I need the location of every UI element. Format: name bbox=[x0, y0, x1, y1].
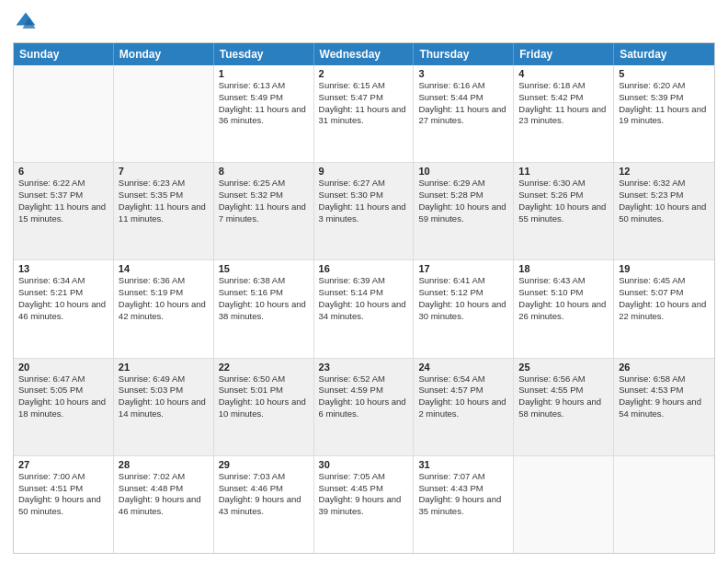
sunrise-text: Sunrise: 7:05 AM bbox=[319, 471, 409, 483]
day-number: 17 bbox=[418, 263, 508, 274]
cal-cell: 16Sunrise: 6:39 AMSunset: 5:14 PMDayligh… bbox=[314, 260, 415, 357]
cal-header-cell-wednesday: Wednesday bbox=[314, 43, 415, 65]
cal-cell: 21Sunrise: 6:49 AMSunset: 5:03 PMDayligh… bbox=[114, 359, 214, 455]
cal-cell: 18Sunrise: 6:43 AMSunset: 5:10 PMDayligh… bbox=[514, 260, 614, 357]
cal-cell: 9Sunrise: 6:27 AMSunset: 5:30 PMDaylight… bbox=[314, 163, 415, 259]
cal-week-row-0: 1Sunrise: 6:13 AMSunset: 5:49 PMDaylight… bbox=[14, 65, 714, 163]
daylight-text: Daylight: 10 hours and 18 minutes. bbox=[18, 396, 108, 420]
sunset-text: Sunset: 5:19 PM bbox=[119, 287, 209, 299]
cal-cell bbox=[114, 65, 214, 162]
daylight-text: Daylight: 10 hours and 59 minutes. bbox=[418, 201, 508, 225]
daylight-text: Daylight: 10 hours and 30 minutes. bbox=[418, 299, 508, 323]
sunset-text: Sunset: 5:30 PM bbox=[319, 190, 409, 201]
sunset-text: Sunset: 5:07 PM bbox=[619, 287, 710, 299]
sunset-text: Sunset: 4:46 PM bbox=[219, 483, 309, 495]
cal-header-cell-monday: Monday bbox=[114, 43, 214, 65]
day-number: 24 bbox=[418, 362, 508, 373]
day-number: 20 bbox=[18, 362, 108, 373]
day-number: 12 bbox=[619, 166, 710, 177]
cal-week-row-3: 20Sunrise: 6:47 AMSunset: 5:05 PMDayligh… bbox=[14, 359, 714, 456]
cal-header-cell-sunday: Sunday bbox=[14, 43, 114, 65]
sunset-text: Sunset: 4:57 PM bbox=[418, 385, 508, 396]
sunset-text: Sunset: 5:49 PM bbox=[219, 92, 309, 104]
sunset-text: Sunset: 5:28 PM bbox=[418, 190, 508, 201]
sunrise-text: Sunrise: 6:38 AM bbox=[219, 275, 309, 287]
cal-cell: 24Sunrise: 6:54 AMSunset: 4:57 PMDayligh… bbox=[414, 359, 514, 455]
daylight-text: Daylight: 9 hours and 39 minutes. bbox=[319, 494, 409, 518]
calendar-header-row: SundayMondayTuesdayWednesdayThursdayFrid… bbox=[14, 43, 714, 65]
cal-cell bbox=[14, 65, 114, 162]
cal-cell: 14Sunrise: 6:36 AMSunset: 5:19 PMDayligh… bbox=[114, 260, 214, 357]
sunrise-text: Sunrise: 6:22 AM bbox=[18, 178, 108, 190]
logo-icon bbox=[13, 9, 39, 35]
sunrise-text: Sunrise: 6:56 AM bbox=[518, 373, 609, 385]
cal-cell: 10Sunrise: 6:29 AMSunset: 5:28 PMDayligh… bbox=[414, 163, 514, 259]
cal-cell: 31Sunrise: 7:07 AMSunset: 4:43 PMDayligh… bbox=[414, 456, 514, 553]
daylight-text: Daylight: 11 hours and 3 minutes. bbox=[319, 201, 409, 225]
day-number: 22 bbox=[219, 362, 309, 373]
daylight-text: Daylight: 11 hours and 31 minutes. bbox=[319, 104, 409, 128]
cal-cell: 3Sunrise: 6:16 AMSunset: 5:44 PMDaylight… bbox=[414, 65, 514, 162]
cal-cell: 7Sunrise: 6:23 AMSunset: 5:35 PMDaylight… bbox=[114, 163, 214, 259]
sunrise-text: Sunrise: 6:45 AM bbox=[619, 275, 710, 287]
daylight-text: Daylight: 9 hours and 43 minutes. bbox=[219, 494, 309, 518]
cal-cell: 8Sunrise: 6:25 AMSunset: 5:32 PMDaylight… bbox=[214, 163, 314, 259]
sunrise-text: Sunrise: 6:52 AM bbox=[319, 373, 409, 385]
daylight-text: Daylight: 9 hours and 58 minutes. bbox=[518, 396, 609, 420]
daylight-text: Daylight: 10 hours and 14 minutes. bbox=[119, 396, 209, 420]
cal-cell: 11Sunrise: 6:30 AMSunset: 5:26 PMDayligh… bbox=[514, 163, 614, 259]
day-number: 1 bbox=[219, 68, 309, 79]
day-number: 13 bbox=[18, 263, 108, 274]
sunset-text: Sunset: 5:05 PM bbox=[18, 385, 108, 396]
daylight-text: Daylight: 11 hours and 27 minutes. bbox=[418, 104, 508, 128]
sunrise-text: Sunrise: 6:43 AM bbox=[518, 275, 609, 287]
cal-cell: 5Sunrise: 6:20 AMSunset: 5:39 PMDaylight… bbox=[614, 65, 714, 162]
day-number: 21 bbox=[119, 362, 209, 373]
daylight-text: Daylight: 11 hours and 15 minutes. bbox=[18, 201, 108, 225]
cal-header-cell-tuesday: Tuesday bbox=[214, 43, 314, 65]
cal-cell: 26Sunrise: 6:58 AMSunset: 4:53 PMDayligh… bbox=[614, 359, 714, 455]
daylight-text: Daylight: 10 hours and 50 minutes. bbox=[619, 201, 710, 225]
sunrise-text: Sunrise: 6:50 AM bbox=[219, 373, 309, 385]
day-number: 29 bbox=[219, 459, 309, 470]
sunrise-text: Sunrise: 6:15 AM bbox=[319, 80, 409, 92]
sunrise-text: Sunrise: 6:18 AM bbox=[518, 80, 609, 92]
sunset-text: Sunset: 4:55 PM bbox=[518, 385, 609, 396]
sunset-text: Sunset: 4:53 PM bbox=[619, 385, 710, 396]
cal-cell: 1Sunrise: 6:13 AMSunset: 5:49 PMDaylight… bbox=[214, 65, 314, 162]
sunrise-text: Sunrise: 6:47 AM bbox=[18, 373, 108, 385]
sunrise-text: Sunrise: 7:07 AM bbox=[418, 471, 508, 483]
sunset-text: Sunset: 5:26 PM bbox=[518, 190, 609, 201]
day-number: 27 bbox=[18, 459, 108, 470]
calendar-body: 1Sunrise: 6:13 AMSunset: 5:49 PMDaylight… bbox=[14, 65, 714, 553]
sunset-text: Sunset: 4:51 PM bbox=[18, 483, 108, 495]
sunrise-text: Sunrise: 6:29 AM bbox=[418, 178, 508, 190]
cal-week-row-1: 6Sunrise: 6:22 AMSunset: 5:37 PMDaylight… bbox=[14, 163, 714, 260]
daylight-text: Daylight: 10 hours and 2 minutes. bbox=[418, 396, 508, 420]
day-number: 8 bbox=[219, 166, 309, 177]
header bbox=[13, 9, 715, 35]
cal-cell: 29Sunrise: 7:03 AMSunset: 4:46 PMDayligh… bbox=[214, 456, 314, 553]
cal-cell: 15Sunrise: 6:38 AMSunset: 5:16 PMDayligh… bbox=[214, 260, 314, 357]
sunset-text: Sunset: 5:12 PM bbox=[418, 287, 508, 299]
sunrise-text: Sunrise: 7:02 AM bbox=[119, 471, 209, 483]
cal-week-row-4: 27Sunrise: 7:00 AMSunset: 4:51 PMDayligh… bbox=[14, 456, 714, 553]
day-number: 18 bbox=[518, 263, 609, 274]
sunset-text: Sunset: 5:03 PM bbox=[119, 385, 209, 396]
sunrise-text: Sunrise: 6:25 AM bbox=[219, 178, 309, 190]
daylight-text: Daylight: 10 hours and 22 minutes. bbox=[619, 299, 710, 323]
cal-cell: 27Sunrise: 7:00 AMSunset: 4:51 PMDayligh… bbox=[14, 456, 114, 553]
sunrise-text: Sunrise: 6:13 AM bbox=[219, 80, 309, 92]
daylight-text: Daylight: 11 hours and 11 minutes. bbox=[119, 201, 209, 225]
day-number: 3 bbox=[418, 68, 508, 79]
sunset-text: Sunset: 5:10 PM bbox=[518, 287, 609, 299]
day-number: 16 bbox=[319, 263, 409, 274]
daylight-text: Daylight: 10 hours and 34 minutes. bbox=[319, 299, 409, 323]
cal-header-cell-saturday: Saturday bbox=[614, 43, 714, 65]
sunrise-text: Sunrise: 6:20 AM bbox=[619, 80, 710, 92]
sunset-text: Sunset: 5:44 PM bbox=[418, 92, 508, 104]
day-number: 4 bbox=[518, 68, 609, 79]
sunset-text: Sunset: 5:35 PM bbox=[119, 190, 209, 201]
day-number: 11 bbox=[518, 166, 609, 177]
cal-cell: 12Sunrise: 6:32 AMSunset: 5:23 PMDayligh… bbox=[614, 163, 714, 259]
